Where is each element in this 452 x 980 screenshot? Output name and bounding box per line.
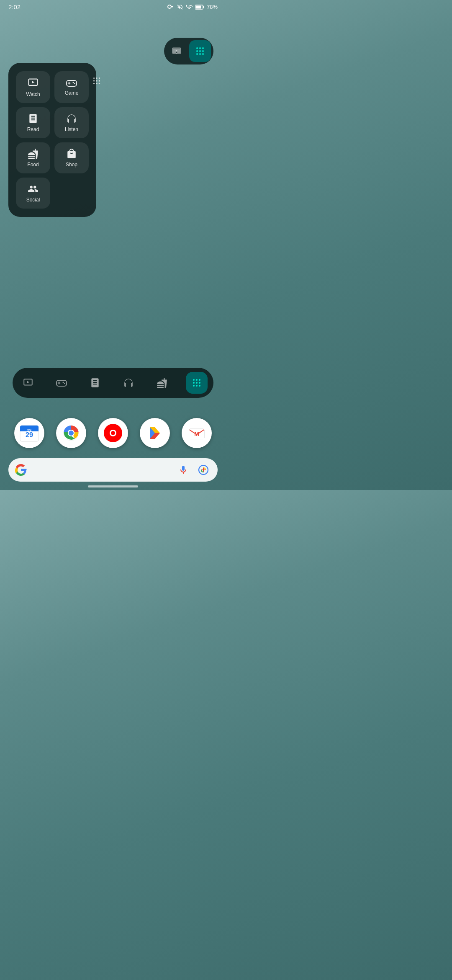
bottom-icon-bar [13,368,213,398]
svg-point-12 [199,53,201,55]
status-time: 2:02 [8,3,21,10]
home-indicator [88,485,138,487]
svg-point-25 [96,80,97,81]
menu-item-listen[interactable]: Listen [54,107,89,138]
battery-percent: 78% [207,4,218,10]
menu-item-food[interactable]: Food [16,142,50,173]
menu-item-watch[interactable]: Watch [16,71,50,103]
menu-listen-label: Listen [65,126,78,132]
search-mic-button[interactable] [176,462,191,477]
svg-point-37 [193,379,195,381]
svg-point-42 [199,382,200,384]
svg-point-43 [193,385,195,387]
bar-grid-active-icon[interactable] [186,372,208,394]
menu-read-label: Read [27,126,39,132]
status-icons: 78% [167,4,218,10]
svg-point-7 [202,47,204,49]
svg-point-36 [64,383,65,384]
key-icon [167,5,174,10]
bar-food-icon[interactable] [152,373,172,392]
svg-point-21 [93,77,95,79]
svg-point-23 [99,77,100,79]
menu-game-label: Game [65,90,79,96]
svg-rect-1 [203,6,204,8]
watch-toggle-icon[interactable] [167,41,187,61]
google-logo [15,464,27,476]
menu-social-label: Social [26,197,40,203]
svg-text:29: 29 [26,431,33,438]
menu-watch-label: Watch [26,91,40,97]
bar-game-icon[interactable] [52,373,71,392]
svg-point-6 [199,47,201,49]
svg-point-59 [111,431,115,435]
svg-point-40 [193,382,195,384]
wifi-icon [186,4,193,10]
svg-marker-15 [32,81,35,83]
app-menu-grid: Watch Game Read Listen [16,71,89,209]
svg-point-19 [73,82,74,83]
search-lens-button[interactable] [196,462,211,477]
svg-point-45 [199,385,200,387]
svg-point-39 [199,379,200,381]
status-bar: 2:02 78% [0,0,226,12]
svg-point-20 [74,83,75,84]
svg-point-28 [96,83,97,84]
svg-point-11 [196,53,198,55]
app-menu-panel: Watch Game Read Listen [8,63,96,217]
svg-point-24 [93,80,95,81]
dock: 29 29 [4,418,222,448]
chrome-app-icon[interactable] [56,418,86,448]
svg-point-35 [63,382,64,383]
menu-item-social[interactable]: Social [16,178,50,209]
svg-point-38 [196,379,198,381]
top-toggle-bar[interactable] [164,38,213,64]
svg-marker-31 [27,381,29,383]
menu-food-label: Food [27,162,39,168]
svg-text:M: M [194,431,199,437]
svg-point-29 [99,83,100,84]
svg-point-8 [196,50,198,52]
mute-icon [177,4,183,10]
calendar-app-icon[interactable]: 29 29 [14,418,44,448]
menu-item-game[interactable]: Game [54,71,89,103]
svg-point-13 [202,53,204,55]
battery-icon [195,4,204,10]
svg-point-41 [196,382,198,384]
bar-listen-icon[interactable] [119,373,138,392]
svg-point-26 [99,80,100,81]
grid-toggle-active[interactable] [189,40,211,62]
search-bar[interactable] [8,458,218,482]
svg-point-9 [199,50,201,52]
svg-rect-2 [195,5,201,8]
svg-point-55 [69,431,74,436]
svg-point-10 [202,50,204,52]
app-menu-dots[interactable] [92,71,101,85]
menu-item-shop[interactable]: Shop [54,142,89,173]
menu-item-read[interactable]: Read [16,107,50,138]
svg-point-27 [93,83,95,84]
play-store-app-icon[interactable] [140,418,170,448]
bar-read-icon[interactable] [85,373,105,392]
svg-point-44 [196,385,198,387]
svg-point-5 [196,47,198,49]
bar-watch-icon[interactable] [18,373,38,392]
svg-point-22 [96,77,97,79]
youtube-music-app-icon[interactable] [98,418,128,448]
gmail-app-icon[interactable]: M [182,418,212,448]
menu-shop-label: Shop [66,162,77,168]
